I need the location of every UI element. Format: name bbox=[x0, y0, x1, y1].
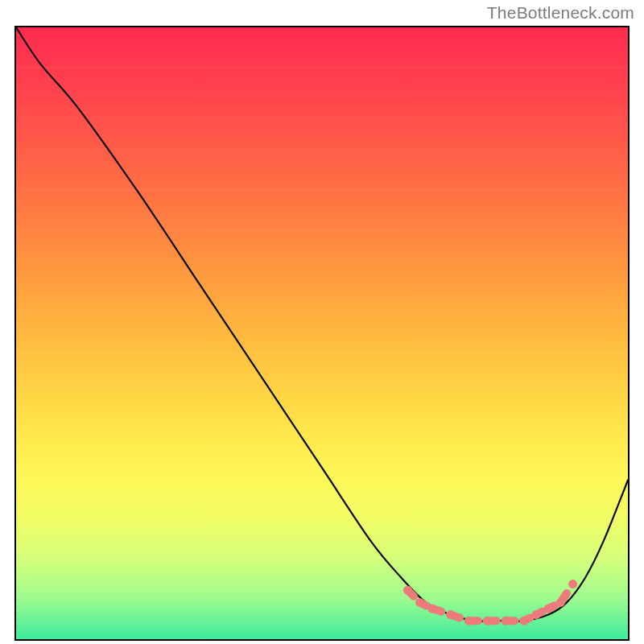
trough-marker bbox=[415, 598, 424, 607]
trough-marker bbox=[544, 605, 553, 613]
watermark-text: TheBottleneck.com bbox=[487, 3, 634, 23]
trough-marker bbox=[483, 617, 492, 625]
trough-marker bbox=[568, 580, 577, 588]
trough-marker bbox=[403, 586, 412, 595]
trough-marker bbox=[519, 617, 528, 625]
trough-marker bbox=[446, 610, 455, 619]
trough-marker bbox=[502, 617, 510, 625]
chart-svg bbox=[16, 27, 628, 639]
bottleneck-curve-line bbox=[16, 27, 628, 621]
trough-marker-group bbox=[403, 580, 577, 625]
trough-marker bbox=[427, 605, 436, 613]
trough-marker bbox=[556, 598, 565, 607]
trough-marker bbox=[532, 610, 541, 619]
trough-marker bbox=[464, 617, 473, 625]
chart-container: TheBottleneck.com bbox=[0, 0, 644, 644]
chart-frame bbox=[14, 26, 630, 641]
